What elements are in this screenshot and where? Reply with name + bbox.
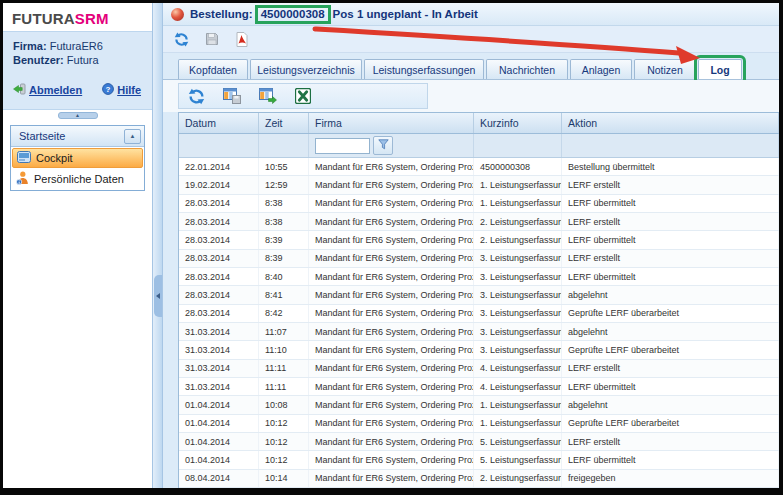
table-row[interactable]: 01.04.2014 10:12 Mandant für ER6 System,… [179, 433, 779, 451]
order-title-suffix: Pos 1 ungeplant - In Arbeit [333, 8, 478, 20]
cell-datum: 31.03.2014 [179, 360, 259, 377]
refresh-button[interactable] [174, 32, 189, 47]
column-header-zeit[interactable]: Zeit [259, 113, 309, 133]
cell-datum: 31.03.2014 [179, 323, 259, 340]
export-table-layout-button[interactable] [259, 88, 277, 104]
table-row[interactable]: 28.03.2014 8:40 Mandant für ER6 System, … [179, 268, 779, 286]
cell-kurzinfo: 5. Leistungserfassung [474, 433, 562, 450]
filter-button[interactable] [373, 136, 393, 155]
cell-datum: 19.02.2014 [179, 176, 259, 193]
cell-firma: Mandant für ER6 System, Ordering Prozess [309, 231, 474, 248]
table-row[interactable]: 28.03.2014 8:41 Mandant für ER6 System, … [179, 286, 779, 304]
firma-value: FuturaER6 [50, 40, 103, 52]
cell-zeit: 8:39 [259, 250, 309, 267]
firma-filter-input[interactable] [315, 138, 370, 154]
table-row[interactable]: 28.03.2014 8:39 Mandant für ER6 System, … [179, 231, 779, 249]
table-row[interactable]: 01.04.2014 10:08 Mandant für ER6 System,… [179, 396, 779, 414]
cell-firma: Mandant für ER6 System, Ordering Prozess [309, 470, 474, 487]
cell-datum: 28.03.2014 [179, 195, 259, 212]
benutzer-label: Benutzer: [13, 54, 64, 66]
cell-kurzinfo: 4. Leistungserfassung [474, 378, 562, 395]
column-header-datum[interactable]: Datum [179, 113, 259, 133]
cell-zeit: 8:38 [259, 195, 309, 212]
column-header-kurzinfo[interactable]: Kurzinfo [474, 113, 562, 133]
tab-log[interactable]: Log [698, 59, 742, 79]
excel-export-button[interactable] [295, 88, 311, 104]
cell-aktion: LERF übermittelt [562, 195, 779, 212]
tab-kopfdaten[interactable]: Kopfdaten [178, 59, 248, 79]
table-row[interactable]: 08.04.2014 10:14 Mandant für ER6 System,… [179, 470, 779, 488]
startseite-panel-header: Startseite ▲ [11, 126, 144, 147]
tab-label: Leistungserfassungen [373, 64, 476, 76]
cell-aktion: Bestellung übermittelt [562, 158, 779, 175]
cell-aktion: LERF erstellt [562, 360, 779, 377]
table-row[interactable]: 01.04.2014 10:12 Mandant für ER6 System,… [179, 451, 779, 469]
cell-zeit: 10:12 [259, 433, 309, 450]
help-link[interactable]: ? Hilfe [102, 83, 141, 97]
app-logo: FUTURASRM [3, 3, 152, 31]
collapse-panel-button[interactable]: ▲ [124, 129, 141, 144]
table-row[interactable]: 31.03.2014 11:11 Mandant für ER6 System,… [179, 360, 779, 378]
filter-cell-kurzinfo [474, 134, 562, 157]
cell-aktion: LERF übermittelt [562, 451, 779, 468]
tab-notizen[interactable]: Notizen [634, 59, 696, 79]
cell-aktion: LERF übermittelt [562, 268, 779, 285]
cell-firma: Mandant für ER6 System, Ordering Prozess [309, 195, 474, 212]
table-row[interactable]: 31.03.2014 11:10 Mandant für ER6 System,… [179, 341, 779, 359]
table-row[interactable]: 31.03.2014 11:11 Mandant für ER6 System,… [179, 378, 779, 396]
tab-anlagen[interactable]: Anlagen [570, 59, 632, 79]
table-row[interactable]: 28.03.2014 8:38 Mandant für ER6 System, … [179, 195, 779, 213]
order-number-highlight: 4500000308 [255, 5, 331, 24]
cell-zeit: 8:40 [259, 268, 309, 285]
order-title-prefix: Bestellung: [190, 8, 253, 20]
help-label: Hilfe [117, 84, 141, 96]
table-row[interactable]: 22.01.2014 10:55 Mandant für ER6 System,… [179, 158, 779, 176]
log-table-toolbar [178, 83, 428, 109]
cell-kurzinfo: 3. Leistungserfassung [474, 286, 562, 303]
save-table-layout-button[interactable] [223, 88, 241, 104]
cell-datum: 22.01.2014 [179, 158, 259, 175]
column-header-aktion[interactable]: Aktion [562, 113, 779, 133]
tab-label: Notizen [647, 64, 683, 76]
splitter-collapse-left-icon[interactable] [154, 275, 162, 317]
table-row[interactable]: 28.03.2014 8:39 Mandant für ER6 System, … [179, 250, 779, 268]
cell-aktion: LERF erstellt [562, 176, 779, 193]
cell-firma: Mandant für ER6 System, Ordering Prozess [309, 305, 474, 322]
splitter-collapse-up-icon[interactable]: ▲ [58, 112, 98, 119]
cell-datum: 08.04.2014 [179, 470, 259, 487]
sidebar-item-persoenliche-daten[interactable]: Persönliche Daten [12, 169, 143, 189]
table-row[interactable]: 31.03.2014 11:07 Mandant für ER6 System,… [179, 323, 779, 341]
cell-datum: 28.03.2014 [179, 305, 259, 322]
person-icon [16, 171, 29, 187]
column-header-firma[interactable]: Firma [309, 113, 474, 133]
tab-leistungserfassungen[interactable]: Leistungserfassungen [364, 59, 484, 79]
cell-aktion: abgelehnt [562, 396, 779, 413]
cell-zeit: 10:14 [259, 470, 309, 487]
table-row[interactable]: 28.03.2014 8:38 Mandant für ER6 System, … [179, 213, 779, 231]
tab-label: Log [710, 64, 729, 76]
cell-zeit: 10:12 [259, 451, 309, 468]
tab-label: Anlagen [582, 64, 621, 76]
cell-datum: 28.03.2014 [179, 268, 259, 285]
logout-link[interactable]: Abmelden [13, 83, 82, 97]
table-row[interactable]: 28.03.2014 8:42 Mandant für ER6 System, … [179, 305, 779, 323]
help-icon: ? [102, 83, 114, 97]
logout-icon [13, 83, 26, 97]
tab-leistungsverzeichnis[interactable]: Leistungsverzeichnis [250, 59, 362, 79]
chevron-up-icon: ▲ [130, 133, 136, 139]
cell-aktion: LERF erstellt [562, 250, 779, 267]
pdf-export-button[interactable] [235, 32, 249, 47]
horizontal-splitter[interactable]: ▲ [3, 110, 152, 121]
cell-zeit: 10:55 [259, 158, 309, 175]
vertical-splitter[interactable] [152, 3, 163, 488]
table-row[interactable]: 19.02.2014 12:59 Mandant für ER6 System,… [179, 176, 779, 194]
refresh-table-button[interactable] [188, 88, 205, 105]
table-row[interactable]: 01.04.2014 10:12 Mandant für ER6 System,… [179, 415, 779, 433]
save-button[interactable] [205, 32, 219, 46]
filter-cell-firma [309, 134, 474, 157]
cell-aktion: LERF erstellt [562, 433, 779, 450]
firma-line: Firma: FuturaER6 [13, 40, 146, 52]
tab-nachrichten[interactable]: Nachrichten [486, 59, 568, 79]
funnel-icon [378, 138, 389, 153]
sidebar-item-cockpit[interactable]: Cockpit [12, 148, 143, 168]
